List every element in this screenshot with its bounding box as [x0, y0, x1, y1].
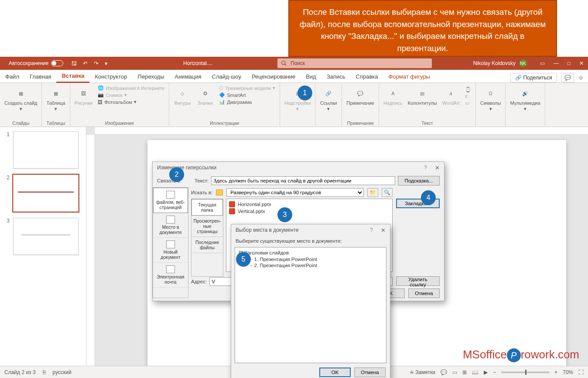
- tab-file[interactable]: Файл: [0, 71, 24, 82]
- date-time-icon[interactable]: ⌚: [463, 86, 473, 93]
- zoom-in-icon[interactable]: +: [554, 369, 557, 375]
- spellcheck-icon[interactable]: ⎘: [43, 369, 46, 375]
- new-slide-button[interactable]: ▦Создать слайд▾: [3, 85, 39, 111]
- wordart-button[interactable]: 𝑨WordArt: [441, 85, 462, 106]
- maximize-icon[interactable]: □: [567, 60, 571, 66]
- help-icon[interactable]: ?: [370, 227, 373, 233]
- cancel-button[interactable]: Отмена: [354, 368, 386, 377]
- shapes-button[interactable]: ◇Фигуры: [172, 85, 193, 106]
- dialog-titlebar[interactable]: Изменение гиперссылки ? ✕: [153, 162, 444, 173]
- comment-button[interactable]: 💬Примечание: [345, 85, 376, 106]
- view-reading-icon[interactable]: 📖: [472, 369, 479, 375]
- view-slideshow-icon[interactable]: ▶: [484, 369, 488, 375]
- view-sorter-icon[interactable]: ⊞: [462, 369, 467, 375]
- table-button[interactable]: ▦Таблица▾: [44, 85, 67, 111]
- link-to-new-doc[interactable]: Новый документ: [153, 238, 188, 263]
- minimize-icon[interactable]: —: [554, 60, 559, 66]
- file-item[interactable]: Horizontal.pptx: [228, 201, 390, 208]
- comments-pane-icon[interactable]: 💬: [561, 73, 574, 82]
- links-button[interactable]: 🔗Ссылки▾: [318, 85, 339, 111]
- object-icon[interactable]: ▭: [463, 100, 473, 107]
- dialog-title: Выбор места в документе: [236, 227, 299, 233]
- text-label: Текст:: [195, 178, 209, 183]
- ribbon-options-icon[interactable]: ▭: [540, 60, 545, 66]
- share-button[interactable]: 🔗 Поделиться: [510, 73, 557, 82]
- cancel-button[interactable]: Отмена: [408, 289, 440, 298]
- symbols-button[interactable]: ΩСимволы▾: [479, 85, 503, 111]
- link-to-file-web[interactable]: файлом, веб-страницей: [153, 188, 188, 213]
- fit-to-window-icon[interactable]: ⛶: [578, 369, 584, 375]
- browse-web-icon[interactable]: 🔍: [382, 188, 393, 197]
- tab-help[interactable]: Справка: [351, 71, 383, 82]
- tree-slide-1[interactable]: ·· 1. Презентация PowerPoint: [239, 256, 383, 262]
- help-icon[interactable]: ?: [424, 165, 427, 171]
- link-to-email[interactable]: Электронная почта: [153, 263, 188, 288]
- icons-button[interactable]: ✪Значки: [195, 85, 215, 106]
- select-prompt: Выберите существующее место в документе:: [231, 236, 390, 244]
- slide-preview: [13, 175, 79, 212]
- search-box[interactable]: Поиск: [277, 58, 432, 68]
- window-controls: ▭ — □ ✕: [540, 60, 584, 66]
- zoom-out-icon[interactable]: −: [493, 369, 496, 375]
- ribbon-tabs: Файл Главная Вставка Конструктор Переход…: [0, 70, 588, 83]
- tab-transitions[interactable]: Переходы: [133, 71, 170, 82]
- autosave-toggle[interactable]: [51, 60, 63, 66]
- comments-button[interactable]: 💬: [441, 369, 447, 375]
- smiley-icon[interactable]: ☺: [578, 75, 584, 81]
- tab-view[interactable]: Вид: [301, 71, 321, 82]
- language-indicator[interactable]: русский: [53, 369, 72, 375]
- smartart-button[interactable]: 🔷 SmartArt: [217, 92, 277, 98]
- close-icon[interactable]: ✕: [381, 227, 386, 234]
- dialog-title: Изменение гиперссылки: [157, 165, 216, 171]
- chart-button[interactable]: 📊 Диаграмма: [217, 99, 277, 105]
- display-text-input[interactable]: [211, 176, 395, 185]
- file-item[interactable]: Vertical.pptx: [228, 208, 390, 215]
- group-text-label: Текст: [421, 120, 433, 126]
- pictures-button[interactable]: 🖼Рисунки: [73, 85, 95, 106]
- close-icon[interactable]: ✕: [579, 60, 584, 66]
- dialog-titlebar[interactable]: Выбор места в документе ? ✕: [231, 224, 390, 236]
- ok-button[interactable]: OK: [319, 368, 351, 377]
- up-folder-icon[interactable]: 📁: [367, 188, 378, 197]
- save-icon[interactable]: 🖫: [71, 60, 77, 67]
- tab-review[interactable]: Рецензирование: [246, 71, 301, 82]
- view-normal-icon[interactable]: ▭: [452, 369, 457, 375]
- tree-slide-2[interactable]: ·· 2. Презентация PowerPoint: [239, 262, 383, 268]
- tab-record[interactable]: Запись: [321, 71, 351, 82]
- slide-number-icon[interactable]: #: [463, 93, 473, 100]
- screenshot-button[interactable]: 📷 Снимок ▾: [96, 92, 166, 98]
- media-button[interactable]: 🔊Мультимедиа▾: [508, 85, 542, 111]
- screentip-button[interactable]: Подсказка...: [398, 176, 440, 186]
- group-slides: ▦Создать слайд▾ Слайды: [0, 83, 42, 127]
- tab-animations[interactable]: Анимация: [170, 71, 207, 82]
- zoom-level[interactable]: 70%: [563, 369, 573, 375]
- close-icon[interactable]: ✕: [435, 165, 440, 171]
- redo-icon[interactable]: ↷: [94, 60, 99, 67]
- thumb-1[interactable]: 1: [3, 131, 82, 168]
- textbox-button[interactable]: AНадпись: [382, 85, 404, 106]
- notes-button[interactable]: ≐ Заметки: [410, 369, 435, 375]
- zoom-slider[interactable]: [501, 371, 549, 373]
- tab-slideshow[interactable]: Слайд-шоу: [207, 71, 246, 82]
- tab-insert[interactable]: Вставка: [56, 70, 89, 83]
- online-pictures-button[interactable]: 🌐 Изображения в Интернете: [96, 85, 166, 91]
- photo-album-button[interactable]: 🖼 Фотоальбом ▾: [96, 99, 166, 105]
- headerfooter-button[interactable]: ▤Колонтитулы: [406, 85, 439, 106]
- look-in-dropdown[interactable]: Развернуть один слайд на 90 градусов: [226, 188, 364, 197]
- tab-design[interactable]: Конструктор: [89, 71, 132, 82]
- place-tree[interactable]: ⊟ Заголовки слайдов ·· 1. Презентация Po…: [235, 247, 386, 363]
- qat-dropdown-icon[interactable]: ▾: [105, 60, 108, 67]
- 3d-models-button[interactable]: ⬡ Трехмерные модели ▾: [217, 85, 277, 91]
- user-account[interactable]: Nikolay Koldovsky NK: [473, 59, 527, 67]
- undo-icon[interactable]: ↶: [83, 60, 88, 67]
- link-to-place-in-doc[interactable]: Место в документе: [153, 213, 188, 238]
- tab-recent-files[interactable]: Последние файлы: [191, 237, 223, 253]
- tab-home[interactable]: Главная: [24, 71, 56, 82]
- tab-shape-format[interactable]: Формат фигуры: [383, 71, 435, 82]
- tab-current-folder[interactable]: Текущая папка: [191, 199, 223, 216]
- tab-browsed-pages[interactable]: Просмотрен-ные страницы: [191, 216, 223, 237]
- tree-root[interactable]: ⊟ Заголовки слайдов: [239, 249, 383, 256]
- thumb-2[interactable]: 2: [3, 175, 82, 212]
- remove-link-button[interactable]: Удалить ссылку: [396, 276, 440, 286]
- thumb-3[interactable]: 3: [3, 218, 82, 255]
